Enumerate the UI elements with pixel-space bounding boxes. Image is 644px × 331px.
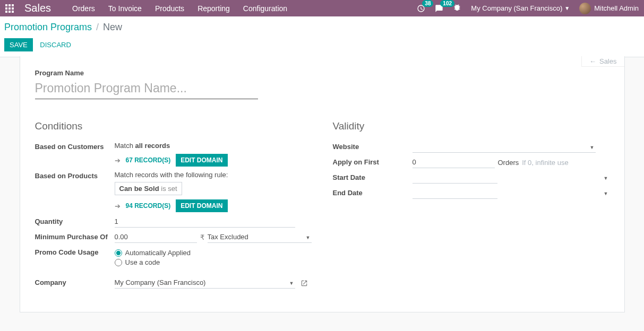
user-name: Mitchell Admin xyxy=(594,4,639,12)
program-name-label: Program Name xyxy=(35,69,609,77)
messages-badge: 102 xyxy=(440,0,454,7)
customers-records-link[interactable]: 67 RECORD(S) xyxy=(126,156,171,164)
debug-icon[interactable] xyxy=(453,3,461,13)
apply-first-input[interactable] xyxy=(413,157,495,168)
app-brand: Sales xyxy=(24,2,51,14)
start-date-label: Start Date xyxy=(333,170,413,186)
validity-section: Validity Website ▼ Ap xyxy=(333,120,609,291)
company-selector[interactable]: My Company (San Francisco) ▼ xyxy=(471,4,570,12)
program-name-input[interactable] xyxy=(35,79,258,99)
website-label: Website xyxy=(333,140,413,155)
start-date-input[interactable] xyxy=(413,172,497,184)
control-bar: Promotion Programs / New Save Discard xyxy=(0,16,644,57)
promo-code-label: Promo Code Usage xyxy=(35,245,115,270)
apply-first-label: Apply on First xyxy=(333,155,413,170)
min-purchase-input[interactable] xyxy=(115,232,197,243)
chevron-down-icon: ▼ xyxy=(604,191,608,196)
main-area: Sales Program Name Conditions Based on C… xyxy=(0,56,644,312)
menu-configuration[interactable]: Configuration xyxy=(243,4,287,13)
customers-match: Match all records xyxy=(115,142,170,150)
external-link-icon[interactable] xyxy=(300,280,308,289)
tax-option-select[interactable] xyxy=(208,232,312,243)
promo-auto-label: Automatically Applied xyxy=(125,249,191,257)
menu-products[interactable]: Products xyxy=(155,4,184,13)
customers-label: Based on Customers xyxy=(35,140,115,169)
validity-heading: Validity xyxy=(333,120,609,132)
breadcrumb-root[interactable]: Promotion Programs xyxy=(4,22,92,33)
quantity-label: Quantity xyxy=(35,214,115,230)
nav-right: 38 102 My Company (San Francisco) ▼ Mitc… xyxy=(417,3,639,14)
products-match-text: Match records with the following rule: xyxy=(115,171,228,179)
apps-icon[interactable] xyxy=(5,4,14,13)
top-nav: Sales Orders To Invoice Products Reporti… xyxy=(0,0,644,16)
conditions-heading: Conditions xyxy=(35,120,312,132)
activity-badge: 38 xyxy=(422,0,433,7)
arrow-right-icon: ➔ xyxy=(115,202,121,210)
breadcrumb-current: New xyxy=(103,22,122,33)
apply-first-hint: If 0, infinite use xyxy=(522,159,568,168)
avatar xyxy=(579,3,591,14)
menu-reporting[interactable]: Reporting xyxy=(198,4,230,13)
activity-indicator[interactable]: 38 xyxy=(417,4,425,13)
menu-orders[interactable]: Orders xyxy=(72,4,95,13)
quantity-input[interactable] xyxy=(115,216,295,228)
menu-to-invoice[interactable]: To Invoice xyxy=(108,4,142,13)
main-menu: Orders To Invoice Products Reporting Con… xyxy=(72,4,287,13)
breadcrumb-separator: / xyxy=(96,22,99,33)
messages-indicator[interactable]: 102 xyxy=(435,4,443,13)
company-select[interactable] xyxy=(115,277,295,289)
chevron-down-icon: ▼ xyxy=(564,5,570,11)
save-button[interactable]: Save xyxy=(4,38,33,51)
company-label: Company xyxy=(35,275,115,291)
products-rule-tag: Can be Sold is set xyxy=(115,182,182,195)
end-date-input[interactable] xyxy=(413,188,497,199)
status-hint: Sales xyxy=(581,56,624,67)
chevron-down-icon: ▼ xyxy=(604,176,608,181)
promo-code-option-label: Use a code xyxy=(125,258,160,266)
end-date-label: End Date xyxy=(333,186,413,201)
products-label: Based on Products xyxy=(35,169,115,214)
user-menu[interactable]: Mitchell Admin xyxy=(579,3,639,14)
arrow-right-icon: ➔ xyxy=(115,156,121,164)
promo-code-radio[interactable] xyxy=(115,259,122,266)
website-select[interactable] xyxy=(413,142,596,153)
breadcrumb: Promotion Programs / New xyxy=(4,22,636,33)
conditions-section: Conditions Based on Customers Match all … xyxy=(35,120,312,291)
discard-button[interactable]: Discard xyxy=(35,38,76,51)
min-purchase-label: Minimum Purchase Of xyxy=(35,230,115,245)
currency-symbol: ₹ xyxy=(200,233,204,243)
edit-domain-products-button[interactable]: EDIT DOMAIN xyxy=(176,199,227,212)
form-sheet: Sales Program Name Conditions Based on C… xyxy=(20,56,625,312)
apply-first-unit: Orders xyxy=(498,159,519,168)
promo-auto-radio[interactable] xyxy=(115,249,122,257)
company-name: My Company (San Francisco) xyxy=(471,4,562,12)
edit-domain-customers-button[interactable]: EDIT DOMAIN xyxy=(176,154,227,167)
products-records-link[interactable]: 94 RECORD(S) xyxy=(126,202,171,210)
